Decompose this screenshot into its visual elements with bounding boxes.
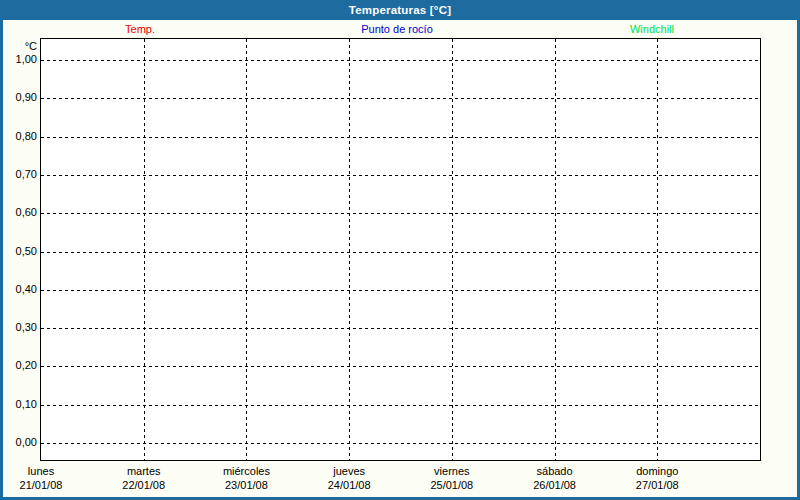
- x-axis-date-label: 22/01/08: [89, 479, 199, 492]
- x-axis-day-label: martes: [89, 465, 199, 478]
- x-axis-day-label: viernes: [397, 465, 507, 478]
- chart-title-bar: Temperaturas [°C]: [0, 0, 800, 20]
- y-axis-tick-label: 0,30: [0, 321, 37, 334]
- y-axis-tick-label: 0,60: [0, 206, 37, 219]
- v-gridline: [349, 39, 350, 460]
- h-gridline: [41, 443, 760, 444]
- y-axis-unit-label: °C: [0, 40, 37, 53]
- h-gridline: [41, 137, 760, 138]
- x-axis-date-label: 25/01/08: [397, 479, 507, 492]
- y-axis-tick-label: 0,20: [0, 359, 37, 372]
- x-axis-date-label: 24/01/08: [294, 479, 404, 492]
- legend-item: Windchill: [630, 23, 674, 35]
- y-axis-tick-label: 0,80: [0, 130, 37, 143]
- x-axis-day-label: jueves: [294, 465, 404, 478]
- v-gridline: [657, 39, 658, 460]
- x-axis-day-label: sábado: [500, 465, 610, 478]
- h-gridline: [41, 405, 760, 406]
- x-axis-day-label: domingo: [602, 465, 712, 478]
- x-axis-day-label: miércoles: [191, 465, 301, 478]
- plot-area: [40, 38, 761, 461]
- y-axis-tick-label: 1,00: [0, 53, 37, 66]
- x-axis-day-label: lunes: [0, 465, 96, 478]
- legend: Temp.Punto de rocíoWindchill: [0, 21, 800, 38]
- h-gridline: [41, 213, 760, 214]
- y-axis-tick-label: 0,50: [0, 245, 37, 258]
- v-gridline: [144, 39, 145, 460]
- y-axis-tick-label: 0,10: [0, 398, 37, 411]
- h-gridline: [41, 252, 760, 253]
- h-gridline: [41, 98, 760, 99]
- legend-item: Temp.: [125, 23, 155, 35]
- x-axis-date-label: 21/01/08: [0, 479, 96, 492]
- x-axis-date-label: 26/01/08: [500, 479, 610, 492]
- y-axis-tick-label: 0,90: [0, 91, 37, 104]
- legend-item: Punto de rocío: [361, 23, 433, 35]
- h-gridline: [41, 175, 760, 176]
- v-gridline: [555, 39, 556, 460]
- x-axis-date-label: 27/01/08: [602, 479, 712, 492]
- h-gridline: [41, 328, 760, 329]
- chart-title: Temperaturas [°C]: [349, 4, 451, 16]
- chart-canvas: Temperaturas [°C] Temp.Punto de rocíoWin…: [0, 0, 800, 500]
- h-gridline: [41, 60, 760, 61]
- y-axis-tick-label: 0,70: [0, 168, 37, 181]
- h-gridline: [41, 290, 760, 291]
- y-axis-tick-label: 0,00: [0, 436, 37, 449]
- v-gridline: [452, 39, 453, 460]
- x-axis-date-label: 23/01/08: [191, 479, 301, 492]
- y-axis-tick-label: 0,40: [0, 283, 37, 296]
- v-gridline: [246, 39, 247, 460]
- h-gridline: [41, 366, 760, 367]
